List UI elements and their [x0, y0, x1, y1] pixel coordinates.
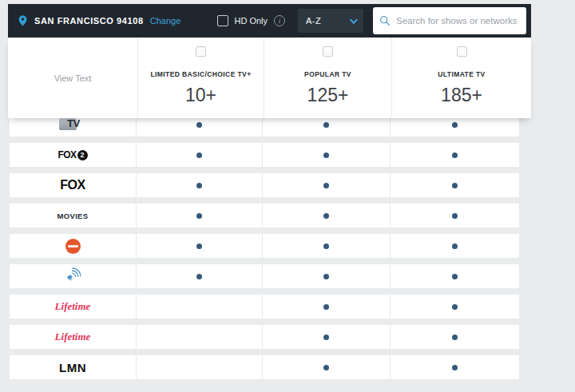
package-cell	[390, 264, 519, 288]
channel-lineup-page: SAN FRANCISCO 94108 Change HD Only i A-Z…	[0, 0, 575, 392]
package-cell	[262, 355, 390, 379]
search-box[interactable]	[373, 7, 526, 34]
channel-logo-cell: FOX	[10, 173, 136, 197]
orange-circle-band	[68, 245, 78, 247]
package-cell	[390, 143, 519, 167]
package-cell	[136, 264, 262, 288]
package-checkbox-popular-tv[interactable]	[323, 46, 333, 57]
channel-logo-satellite-dish-icon	[65, 267, 81, 286]
channel-logo-label: FOX	[58, 149, 76, 160]
package-cell	[262, 143, 390, 167]
channel-row: Lifetime	[10, 325, 519, 349]
package-cell	[390, 173, 519, 197]
inclusion-dot	[452, 183, 458, 188]
package-cell	[136, 234, 262, 258]
inclusion-dot	[196, 122, 202, 128]
channel-row: FOX	[10, 173, 519, 197]
channel-logo-cell: Lifetime	[10, 295, 136, 319]
chevron-down-icon	[350, 16, 358, 24]
package-cell	[390, 295, 519, 319]
package-checkbox-ultimate-tv[interactable]	[457, 46, 467, 57]
package-cell	[390, 204, 519, 228]
fox2-circle: 2	[77, 150, 88, 160]
inclusion-dot	[452, 304, 458, 310]
inclusion-dot	[323, 274, 329, 279]
location-text: SAN FRANCISCO 94108	[34, 16, 144, 26]
package-column-limited-basic: LIMITED BASIC/CHOICE TV+ 10+	[137, 38, 264, 118]
package-cell	[136, 355, 262, 379]
package-cell	[262, 234, 390, 258]
package-cell	[390, 234, 519, 258]
package-cell	[262, 325, 390, 349]
package-cell	[136, 173, 262, 197]
channel-logo-movies: MOVIES	[58, 212, 89, 220]
channel-logo-fox2: FOX2	[58, 149, 87, 160]
channel-logo-cell: MOVIES	[10, 204, 136, 228]
package-cell	[262, 204, 390, 228]
inclusion-dot	[452, 335, 458, 340]
sort-dropdown[interactable]: A-Z	[298, 9, 363, 33]
top-bar: SAN FRANCISCO 94108 Change HD Only i A-Z	[8, 4, 531, 38]
channel-logo-orange-circle-icon	[65, 239, 81, 254]
hd-only-label: HD Only	[234, 16, 268, 26]
channel-logo-lifetime: Lifetime	[55, 331, 91, 343]
channel-logo-label: TV	[67, 117, 80, 129]
channel-logo-cell	[10, 234, 136, 258]
location-pin-icon	[18, 14, 28, 27]
inclusion-dot	[196, 183, 202, 188]
channel-table-body: TVFOX2FOXMOVIESLifetimeLifetimeLMN	[10, 113, 519, 379]
package-column-popular-tv: POPULAR TV 125+	[264, 38, 391, 118]
inclusion-dot	[452, 244, 458, 249]
package-cell	[390, 325, 519, 349]
inclusion-dot	[196, 274, 202, 279]
package-cell	[262, 173, 390, 197]
package-cell	[262, 295, 390, 319]
package-cell	[136, 204, 262, 228]
channel-row	[10, 234, 519, 258]
channel-row: MOVIES	[10, 204, 519, 228]
channel-logo-lifetime: Lifetime	[55, 300, 91, 313]
inclusion-dot	[323, 335, 329, 340]
inclusion-dot	[452, 122, 458, 128]
inclusion-dot	[196, 244, 202, 249]
inclusion-dot	[323, 152, 329, 158]
inclusion-dot	[196, 213, 202, 219]
inclusion-dot	[323, 365, 329, 370]
channel-row: Lifetime	[10, 295, 519, 319]
inclusion-dot	[323, 122, 329, 128]
channel-row: FOX2	[10, 143, 519, 167]
package-name: ULTIMATE TV	[438, 70, 485, 78]
view-text-link[interactable]: View Text	[54, 73, 92, 83]
search-icon	[379, 15, 391, 26]
channel-logo-lmn: LMN	[59, 361, 86, 374]
view-text-column: View Text	[8, 38, 137, 118]
channel-logo-cell	[10, 264, 136, 288]
inclusion-dot	[323, 213, 329, 219]
channel-row	[10, 264, 519, 288]
inclusion-dot	[452, 274, 458, 279]
info-icon[interactable]: i	[274, 15, 285, 26]
package-cell	[390, 355, 519, 379]
hd-only-checkbox[interactable]	[217, 15, 228, 26]
inclusion-dot	[452, 213, 458, 219]
change-location-link[interactable]: Change	[150, 16, 181, 26]
channel-logo-cell: LMN	[10, 355, 136, 379]
package-checkbox-limited-basic[interactable]	[196, 46, 206, 57]
sort-selected-value: A-Z	[306, 16, 350, 26]
package-name: POPULAR TV	[304, 70, 351, 78]
package-column-ultimate-tv: ULTIMATE TV 185+	[391, 38, 531, 118]
channel-logo-cell: Lifetime	[10, 325, 136, 349]
inclusion-dot	[196, 152, 202, 158]
inclusion-dot	[452, 152, 458, 158]
package-cell	[136, 143, 262, 167]
inclusion-dot	[452, 365, 458, 370]
search-input[interactable]	[396, 16, 520, 26]
package-channel-count: 125+	[307, 85, 349, 106]
package-cell	[136, 325, 262, 349]
package-cell	[262, 264, 390, 288]
inclusion-dot	[323, 304, 329, 310]
package-cell	[136, 295, 262, 319]
package-header-card: View Text LIMITED BASIC/CHOICE TV+ 10+ P…	[8, 38, 531, 118]
inclusion-dot	[323, 183, 329, 188]
package-name: LIMITED BASIC/CHOICE TV+	[150, 70, 251, 78]
